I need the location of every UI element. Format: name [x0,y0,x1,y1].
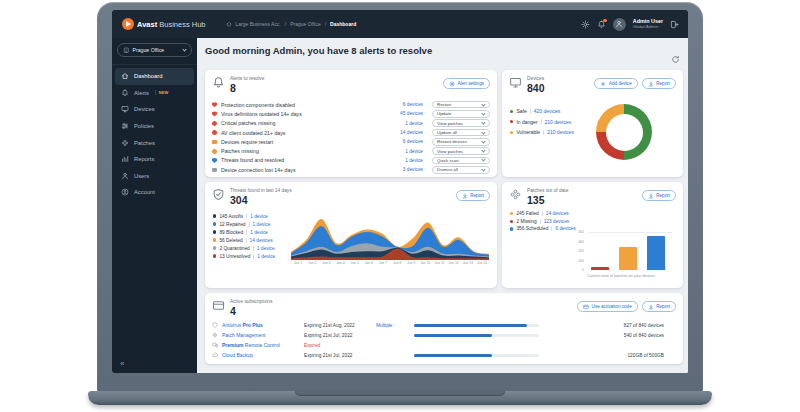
sidebar-item-patches[interactable]: Patches [115,134,194,151]
legend-devices-link[interactable]: 14 devices [250,238,273,243]
card-title: Threats found in last 14 days [230,188,292,193]
usage-progress-bar [414,354,539,357]
legend-devices-link[interactable]: 1 device [253,222,271,227]
chevron-down-icon [481,139,485,143]
gear-icon [449,81,455,87]
person-icon [121,172,129,180]
building-icon [123,47,130,54]
subscription-name-link[interactable]: Patch Management [222,332,304,338]
subscription-usage: 540 of 840 devices [539,333,676,338]
alert-devices-link[interactable]: 45 devices [400,111,423,116]
breadcrumb-root[interactable]: Large Business Acc. [236,21,281,27]
alert-action-select[interactable]: Quick scan [432,157,490,165]
legend-devices-link[interactable]: 1 device [250,230,268,235]
legend-devices-link[interactable]: 123 devices [544,219,570,224]
legend-devices-link[interactable]: 210 devices [547,129,574,135]
legend-item: 2 Missing 123 devices [510,218,576,226]
alert-action-select[interactable]: Restart [432,101,490,109]
sidebar-item-dashboard[interactable]: Dashboard [115,68,194,85]
patch-icon [212,332,218,338]
shield-alert-icon [212,111,217,116]
subscription-expiry: Expiring 21st Jul, 2022 [304,353,376,358]
add-device-button[interactable]: Add device [594,78,637,89]
subscription-name-link[interactable]: Premium Remote Control [222,342,304,348]
bar-missing [591,267,609,270]
use-activation-code-button[interactable]: Use activation code [577,301,638,312]
alert-action-select[interactable]: Update [432,110,490,118]
patch-alert-icon [211,120,217,126]
card-title: Patches out of date [527,188,568,193]
subscription-expiry: Expiring 21st Aug, 2022 [304,323,376,328]
breadcrumb-middle[interactable]: Prague Office [290,21,320,27]
brand-title: Avast Business Hub [137,20,206,29]
sidebar-item-reports[interactable]: Reports [115,151,194,168]
sidebar-collapse-button[interactable]: « [120,359,124,368]
alert-devices-link[interactable]: 1 device [405,158,423,163]
notifications-bell-icon[interactable] [597,20,606,29]
threats-legend: 145 Autofix 1 device 12 Repaired 1 devic… [213,212,275,260]
legend-devices-link[interactable]: 210 devices [545,119,572,125]
alert-devices-link[interactable]: 3 devices [403,167,423,172]
org-selector[interactable]: Prague Office [117,43,192,57]
alert-devices-link[interactable]: 14 devices [400,130,423,135]
account-icon [121,188,129,196]
legend-item: 56 Deleted 14 devices [213,236,275,244]
divider [542,211,543,216]
alert-settings-button[interactable]: Alert settings [443,78,490,89]
subscription-name-link[interactable]: Antivirus Pro Plus [222,322,304,328]
alert-devices-link[interactable]: 6 devices [403,102,423,107]
threats-report-button[interactable]: Report [456,190,490,201]
sidebar-item-alerts[interactable]: Alerts NEW [115,85,194,102]
settings-gear-icon[interactable] [581,20,590,29]
devices-report-button[interactable]: Report [642,78,676,89]
alert-devices-link[interactable]: 6 devices [403,139,423,144]
refresh-icon[interactable] [671,55,680,64]
alert-action-select[interactable]: View patches [432,147,490,155]
subscriptions-report-button[interactable]: Report [642,301,676,312]
legend-devices-link[interactable]: 14 devices [546,211,569,216]
legend-dot [510,110,513,113]
patch-icon [509,188,522,201]
sidebar-item-account[interactable]: Account [115,184,194,201]
patches-report-button[interactable]: Report [642,190,676,201]
legend-devices-link[interactable]: 1 device [257,246,275,251]
download-icon [648,81,654,87]
alert-action-select[interactable]: Restart devices [432,138,490,146]
user-info[interactable]: Admin User Global Admin [633,18,663,29]
download-icon [648,193,654,199]
patch-alert-icon [211,148,217,154]
alert-row: Protection components disabled 6 devices… [212,100,490,109]
legend-devices-link[interactable]: 1 device [250,214,268,219]
chevron-down-icon [481,130,485,134]
legend-dot [510,220,513,223]
alert-list: Protection components disabled 6 devices… [212,100,490,174]
alert-row: Devices require restart 6 devices Restar… [212,137,490,146]
divider [541,119,542,124]
avatar[interactable] [613,18,626,31]
legend-dot [213,230,216,233]
download-icon [462,193,468,199]
sidebar-item-devices[interactable]: Devices [115,101,194,118]
patches-count: 135 [527,194,568,206]
alert-devices-link[interactable]: 1 device [405,121,423,126]
alert-devices-link[interactable]: 1 device [405,149,423,154]
sidebar-item-policies[interactable]: Policies [115,118,194,135]
chevron-down-icon [481,149,485,153]
sidebar-item-users[interactable]: Users [115,168,194,185]
credit-card-icon [212,299,225,312]
logout-icon[interactable] [670,20,679,29]
shield-alert-icon [212,158,217,163]
divider [246,230,247,235]
top-bar-actions: Admin User Global Admin [581,18,679,31]
bell-icon [212,76,225,89]
alert-action-select[interactable]: Update all [432,129,490,137]
legend-devices-link[interactable]: 1 device [257,254,275,259]
alert-action-select[interactable]: Dismiss all [432,166,490,174]
bar-y-axis: 0100200300400 [572,232,585,270]
alert-action-select[interactable]: View patches [432,119,490,127]
legend-devices-link[interactable]: 420 devices [534,108,561,114]
subscription-multiple-link[interactable]: Multiple [376,323,404,328]
subscription-name-link[interactable]: Cloud Backup [222,352,304,358]
subscription-row: Premium Remote Control Expired [212,340,676,350]
devices-donut [596,104,652,160]
